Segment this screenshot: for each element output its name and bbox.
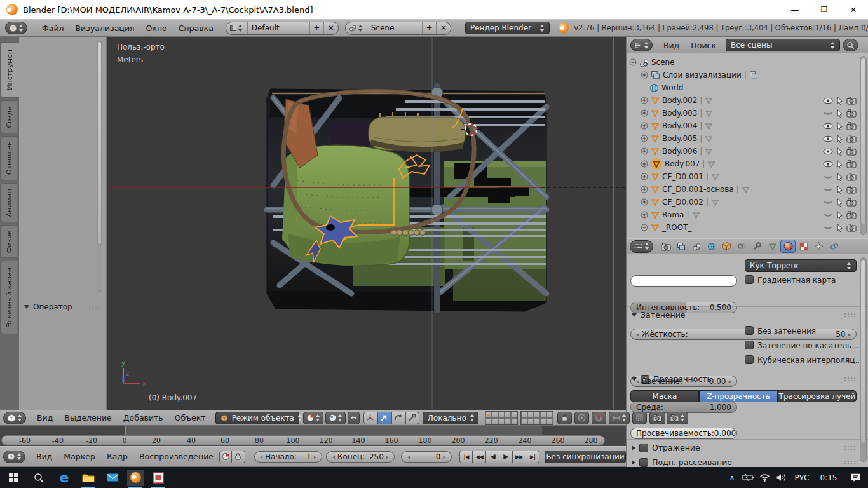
autokey-lock-icon[interactable] (232, 451, 245, 463)
expand-icon[interactable] (641, 71, 648, 79)
restrict-select-icon[interactable] (836, 109, 844, 118)
scene-close-button[interactable]: ✕ (437, 22, 451, 34)
outliner-row-object[interactable]: Body.004| (627, 119, 859, 132)
maximize-button[interactable]: ❐ (810, 5, 839, 14)
restrict-select-icon[interactable] (836, 198, 844, 207)
expand-icon[interactable] (641, 173, 648, 180)
tab-texture-icon[interactable] (796, 240, 811, 253)
scene-browse-icon[interactable] (346, 22, 367, 34)
eye-closed-icon[interactable] (823, 224, 833, 232)
restrict-render-icon[interactable] (846, 147, 857, 156)
tab-world-icon[interactable] (704, 240, 719, 253)
restrict-render-icon[interactable] (846, 172, 857, 181)
restrict-render-icon[interactable] (846, 121, 857, 130)
expand-icon[interactable] (641, 160, 648, 168)
tl-menu-view[interactable]: Вид (31, 452, 58, 461)
tab-modifiers-icon[interactable] (750, 240, 764, 253)
operator-panel-header[interactable]: Оператор :::: (24, 302, 101, 311)
tab-render-lay-icon[interactable] (674, 240, 688, 253)
outliner-search-button[interactable] (843, 39, 858, 51)
outliner-row-object[interactable]: CF_D0.001| (627, 170, 859, 183)
outliner-row-object[interactable]: Body.002| (627, 94, 859, 107)
restrict-render-icon[interactable] (846, 210, 857, 219)
editor-type-button-3dview[interactable] (3, 412, 26, 424)
manipulator-rotate-icon[interactable] (391, 412, 405, 424)
tray-language-label[interactable]: РУС (789, 467, 815, 488)
tl-menu-playback[interactable]: Воспроизведение (133, 452, 219, 461)
snap-grid-icon[interactable] (632, 412, 647, 424)
eye-open-icon[interactable] (823, 97, 833, 105)
layout-add-button[interactable]: + (310, 22, 324, 34)
item-label[interactable]: _ROOT_ (662, 223, 692, 232)
tab-particles-icon[interactable] (811, 240, 826, 253)
av-sync-select[interactable]: Без синхронизации (545, 451, 626, 463)
tl-menu-frame[interactable]: Кадр (101, 452, 133, 461)
tangent-shading-checkbox[interactable] (745, 341, 754, 349)
frame-start-field[interactable]: ◂Начало:1▸ (254, 451, 323, 463)
item-label[interactable]: Слои визуализации (663, 71, 742, 79)
eye-closed-icon[interactable] (823, 198, 833, 207)
item-label[interactable]: World (661, 83, 683, 92)
snap-magnet-icon[interactable] (592, 412, 606, 424)
manipulator-translate-icon[interactable] (377, 412, 391, 424)
specular-intensity-slider[interactable]: Интенсивность:0.500 (630, 302, 737, 313)
play-reverse-button[interactable]: ◀ (486, 451, 499, 463)
edge-icon[interactable]: e (56, 470, 72, 486)
translucency-slider[interactable]: Просвечиваемость:0.000 (630, 428, 737, 439)
panel-grip-icon[interactable]: :::: (844, 311, 857, 318)
restrict-select-icon[interactable] (836, 147, 844, 156)
viewport-3d[interactable]: y x z Польз.-орто Meters (0) Body.007 (107, 37, 626, 410)
restrict-select-icon[interactable] (836, 97, 844, 105)
expand-icon[interactable] (641, 211, 648, 219)
snap-element-select[interactable] (609, 412, 630, 424)
restrict-render-icon[interactable] (846, 109, 857, 118)
tab-render-icon[interactable] (658, 240, 673, 253)
tab-relations[interactable]: Отношен (0, 136, 17, 180)
collapse-icon[interactable] (629, 58, 637, 66)
tab-tools[interactable]: Инструмен (0, 42, 19, 98)
mirror-panel-header[interactable]: Отражение:::: (632, 443, 857, 452)
panel-grip-icon[interactable]: :::: (844, 459, 857, 466)
expand-icon[interactable] (641, 135, 648, 142)
render-opengl-icon[interactable] (649, 412, 665, 424)
layers-grid-2[interactable] (520, 411, 553, 425)
orientation-select[interactable]: Локально (423, 412, 478, 424)
expand-icon[interactable] (641, 109, 648, 117)
prev-keyframe-button[interactable]: ◀◀ (473, 451, 486, 463)
manipulator-axis-icon[interactable] (363, 412, 377, 424)
outliner-scope-select[interactable]: Все сцены (726, 39, 840, 51)
specular-shader-select[interactable]: Кук-Торренс (745, 259, 857, 272)
tray-notification-icon[interactable] (843, 467, 868, 488)
panel-grip-icon[interactable]: :::: (88, 304, 101, 311)
v3d-menu-object[interactable]: Объект (169, 413, 212, 423)
editor-type-button-info[interactable] (5, 22, 27, 34)
next-keyframe-button[interactable]: ▶▶ (513, 451, 526, 463)
file-explorer-icon[interactable] (80, 470, 97, 486)
v3d-menu-add[interactable]: Добавить (118, 413, 169, 423)
expand-icon[interactable] (641, 198, 648, 206)
collapse-icon[interactable] (641, 224, 648, 231)
restrict-render-icon[interactable] (846, 96, 857, 105)
outliner-row-object[interactable]: Body.003| (627, 107, 859, 119)
item-label[interactable]: Body.004 (662, 121, 697, 130)
outliner-row-object[interactable]: Body.005| (627, 132, 859, 145)
restrict-render-icon[interactable] (846, 223, 857, 232)
tray-battery-icon[interactable] (740, 467, 756, 488)
outliner-menu-view[interactable]: Вид (658, 41, 685, 50)
tl-menu-marker[interactable]: Маркер (58, 452, 101, 461)
restrict-select-icon[interactable] (836, 122, 844, 130)
restrict-render-icon[interactable] (846, 198, 857, 207)
restrict-select-icon[interactable] (836, 135, 844, 143)
timeline-ruler[interactable]: -60 -40 -20 0 20 40 60 80 100 120 140 16… (1, 435, 605, 445)
item-label[interactable]: Body.005 (662, 134, 697, 143)
menu-window[interactable]: Окно (140, 24, 173, 33)
eye-open-icon[interactable] (823, 160, 833, 168)
panel-grip-icon[interactable]: :::: (844, 444, 857, 451)
restrict-render-icon[interactable] (846, 185, 857, 194)
eye-closed-icon[interactable] (823, 211, 833, 219)
timeline[interactable]: -60 -40 -20 0 20 40 60 80 100 120 140 16… (0, 426, 626, 446)
item-label[interactable]: CF_D0.001 (662, 172, 703, 181)
outliner-row-object[interactable]: CF_D0.001-основа| (627, 183, 859, 196)
panel-grip-icon[interactable]: :::: (844, 376, 857, 383)
hardness-slider[interactable]: ◂Жёсткость:50▸ (630, 329, 857, 340)
